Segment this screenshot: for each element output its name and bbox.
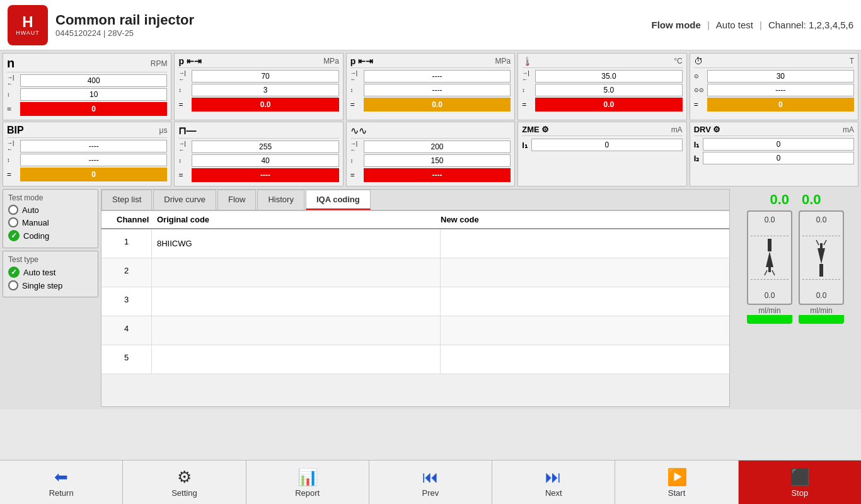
original-input-3[interactable] <box>157 297 435 306</box>
original-input-2[interactable] <box>157 268 435 277</box>
original-3[interactable] <box>152 287 441 316</box>
start-button[interactable]: ▶️ Start <box>615 461 738 504</box>
cyl-right-top: 0.0 <box>816 215 827 224</box>
new-input-5[interactable] <box>446 355 724 364</box>
gauges-row-1: n RPM →|← ↕ = 0 p ⇤⇥ MPa →|← ↕ = <box>0 50 861 122</box>
drv-i1-input[interactable] <box>703 138 854 151</box>
tab-step-list[interactable]: Step list <box>101 190 152 210</box>
bip-step-input[interactable] <box>20 154 167 166</box>
new-2[interactable] <box>441 258 729 287</box>
drv-i2-input[interactable] <box>703 152 854 164</box>
resistor-step-input[interactable] <box>192 154 338 167</box>
test-mode-manual[interactable]: Manual <box>8 217 93 227</box>
gauge-drv-unit: mA <box>843 125 854 134</box>
rpm-arrow-set: →|← <box>7 74 18 87</box>
rpm-step-input[interactable] <box>20 88 167 101</box>
p2-set-input[interactable] <box>364 70 511 83</box>
prev-label: Prev <box>422 488 439 498</box>
p1-set-input[interactable] <box>192 70 338 83</box>
gauges-row-2: BIP μs →|← ↕ = 0 ⊓— →|← ↕ = <box>0 122 861 189</box>
table-header-row: Channel Original code New code <box>101 211 729 229</box>
sep2: | <box>760 20 762 30</box>
report-label: Report <box>295 488 320 498</box>
channel-5: 5 <box>101 345 152 374</box>
gauge-bip: BIP μs →|← ↕ = 0 <box>3 122 171 186</box>
return-button[interactable]: ⬅ Return <box>0 461 123 504</box>
svg-marker-6 <box>818 248 825 264</box>
single-step-option: Single step <box>22 281 62 290</box>
original-2[interactable] <box>152 258 441 287</box>
table-row: 2 <box>101 258 729 287</box>
original-1[interactable] <box>152 229 441 258</box>
p2-bar: 0.0 <box>364 98 511 112</box>
p2-step-input[interactable] <box>364 84 511 96</box>
test-type-auto[interactable]: ✓ Auto test <box>8 266 93 278</box>
original-input-1[interactable] <box>157 239 435 248</box>
bip-set-input[interactable] <box>20 140 167 152</box>
cyl-left-val: 0.0 <box>770 192 789 208</box>
temp-set-input[interactable] <box>535 70 682 83</box>
app-subtitle: 0445120224 | 28V-25 <box>55 28 194 38</box>
report-button[interactable]: 📊 Report <box>246 461 369 504</box>
test-mode-coding[interactable]: ✓ Coding <box>8 230 93 241</box>
test-type-single[interactable]: Single step <box>8 280 93 290</box>
resistor-bar: ---- <box>192 168 338 182</box>
gauge-temp-unit: °C <box>674 57 682 66</box>
test-mode-auto[interactable]: Auto <box>8 205 93 215</box>
new-input-1[interactable] <box>446 239 724 248</box>
svg-rect-7 <box>820 243 823 248</box>
wave-step-input[interactable] <box>364 154 511 167</box>
tab-flow[interactable]: Flow <box>217 190 256 210</box>
injector-left-icon <box>762 239 777 277</box>
original-input-5[interactable] <box>157 355 435 364</box>
p1-step-input[interactable] <box>192 84 338 96</box>
rpm-bar: 0 <box>20 102 167 116</box>
sep1: | <box>707 20 710 30</box>
gauge-p1-unit: MPa <box>323 57 339 66</box>
gauge-resistor-symbol: ⊓— <box>178 125 196 137</box>
zme-i1-input[interactable] <box>531 139 683 151</box>
resistor-set-input[interactable] <box>192 140 338 153</box>
new-input-4[interactable] <box>446 326 724 335</box>
coding-table: Channel Original code New code 1 <box>101 211 729 406</box>
new-3[interactable] <box>441 287 729 316</box>
setting-button[interactable]: ⚙ Setting <box>123 461 246 504</box>
temp-step-input[interactable] <box>535 84 682 96</box>
table-row: 4 <box>101 316 729 345</box>
cylinders-values-row: 0.0 0.0 <box>735 192 856 208</box>
gauge-zme-unit: mA <box>671 125 683 134</box>
cylinder-left: 0.0 0.0 ml/ <box>747 210 792 324</box>
original-5[interactable] <box>152 345 441 374</box>
tabs-row: Step list Drive curve Flow History IQA c… <box>101 190 729 211</box>
svg-line-9 <box>824 240 826 245</box>
new-5[interactable] <box>441 345 729 374</box>
timer-step-input[interactable] <box>707 84 854 96</box>
return-label: Return <box>49 488 74 498</box>
new-1[interactable] <box>441 229 729 258</box>
gauge-rpm-symbol: n <box>7 56 14 71</box>
bip-bar: 0 <box>20 168 167 181</box>
tab-iqa-coding[interactable]: IQA coding <box>306 190 371 210</box>
report-icon: 📊 <box>298 467 318 487</box>
next-button[interactable]: ⏭ Next <box>492 461 615 504</box>
original-4[interactable] <box>152 316 441 345</box>
tab-drive-curve[interactable]: Drive curve <box>153 190 216 210</box>
rpm-set-input[interactable] <box>20 74 167 87</box>
gauge-p2-symbol: p ⇤⇥ <box>350 56 373 66</box>
new-input-2[interactable] <box>446 268 724 277</box>
start-label: Start <box>668 488 685 498</box>
original-input-4[interactable] <box>157 326 435 335</box>
new-input-3[interactable] <box>446 297 724 306</box>
auto-test-option: Auto test <box>23 268 55 277</box>
temp-bar: 0.0 <box>535 98 682 112</box>
tab-history[interactable]: History <box>257 190 304 210</box>
next-label: Next <box>545 488 562 498</box>
app-title: Common rail injector <box>55 12 194 28</box>
new-4[interactable] <box>441 316 729 345</box>
timer-set-input[interactable] <box>707 70 854 83</box>
svg-line-4 <box>772 270 775 275</box>
wave-set-input[interactable] <box>364 140 511 153</box>
stop-button[interactable]: ⬛ Stop <box>739 461 861 504</box>
test-type-title: Test type <box>8 255 93 264</box>
prev-button[interactable]: ⏮ Prev <box>369 461 492 504</box>
